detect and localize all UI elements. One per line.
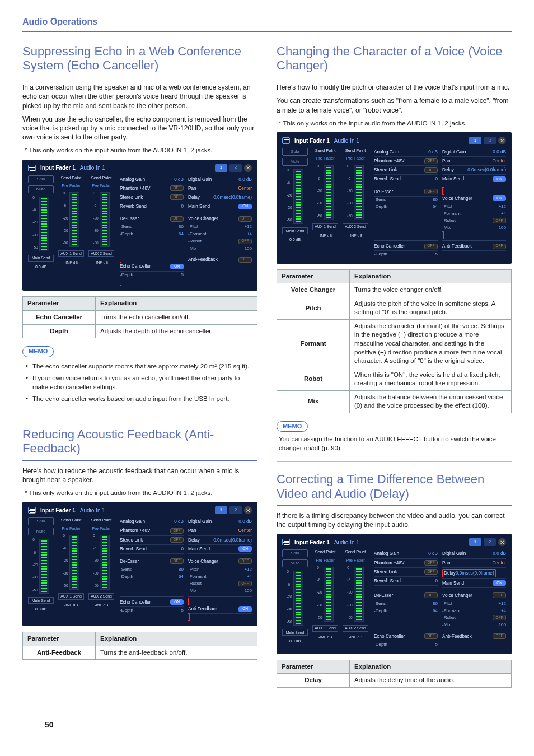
- anti-para-1: Here's how to reduce the acoustic feedba…: [22, 466, 257, 484]
- th-parameter: Parameter: [277, 660, 350, 674]
- memo-item: The echo canceller works based on audio …: [25, 393, 255, 405]
- cell-explain: Turns the echo canceller on/off.: [96, 310, 257, 324]
- voice-memo-block: MEMO You can assign the function to an A…: [277, 418, 512, 463]
- memo-item: If your own voice returns to you as an e…: [25, 372, 255, 393]
- close-icon: ✕: [244, 164, 252, 172]
- cell-explain: Turns the voice changer on/off.: [350, 283, 512, 297]
- section-title-delay: Correcting a Time Difference Between Vid…: [277, 472, 512, 506]
- voice-note: * This only works on the input audio fro…: [279, 119, 512, 128]
- th-explanation: Explanation: [350, 269, 512, 283]
- memo-badge: MEMO: [22, 346, 54, 357]
- cell-explain: Adjusts the delay time of the audio.: [350, 674, 512, 688]
- echo-para-2: When you use the echo canceller, the ech…: [22, 115, 257, 142]
- screenshot-anti: Input Fader 1 Audio In 1 1 2 ✕ SoloMute …: [22, 502, 257, 626]
- cell-param: Anti-Feedback: [23, 646, 96, 660]
- sliders-icon: [28, 507, 36, 514]
- memo-item: The echo canceller supports rooms that a…: [25, 361, 255, 373]
- close-icon: ✕: [244, 506, 252, 514]
- echo-para-1: In a conversation using the speaker and …: [22, 83, 257, 110]
- th-explanation: Explanation: [350, 660, 512, 674]
- close-icon: ✕: [498, 137, 506, 144]
- screenshot-echo: Input Fader 1 Audio In 1 1 2 ✕ SoloMute …: [22, 160, 257, 291]
- delay-param-table: ParameterExplanation DelayAdjusts the de…: [277, 660, 512, 688]
- section-title-anti: Reducing Acoustic Feedback (Anti-Feedbac…: [22, 427, 257, 461]
- anti-param-table: ParameterExplanation Anti-FeedbackTurns …: [22, 632, 257, 660]
- th-explanation: Explanation: [96, 297, 257, 311]
- echo-memo-list: The echo canceller supports rooms that a…: [22, 361, 257, 409]
- page-number: 50: [45, 720, 54, 730]
- voice-para-2: You can create transformations such as "…: [277, 96, 512, 114]
- cell-explain: Turns the anti-feedback on/off.: [96, 646, 257, 660]
- cell-param: Voice Changer: [277, 283, 350, 297]
- cell-explain: Adjusts the pitch of the voice in semito…: [350, 297, 512, 319]
- cell-explain: Adjusts the balance between the unproces…: [350, 390, 512, 413]
- th-explanation: Explanation: [96, 632, 257, 646]
- screenshot-voice: Input Fader 1 Audio In 1 1 2 ✕ SoloMute …: [277, 132, 512, 264]
- cell-param: Robot: [277, 368, 350, 390]
- delay-para-1: If there is a timing discrepancy between…: [277, 511, 512, 529]
- cell-explain: When this is "ON", the voice is held at …: [350, 368, 512, 390]
- section-title-voice: Changing the Character of a Voice (Voice…: [277, 44, 512, 78]
- echo-param-table: ParameterExplanation Echo CancellerTurns…: [22, 296, 257, 338]
- th-parameter: Parameter: [23, 632, 96, 646]
- cell-explain: Adjusts the depth of the echo canceller.: [96, 324, 257, 338]
- echo-note: * This only works on the input audio fro…: [25, 146, 257, 155]
- cell-param: Mix: [277, 390, 350, 413]
- cell-param: Delay: [277, 674, 350, 688]
- th-parameter: Parameter: [23, 297, 96, 311]
- sliders-icon: [28, 165, 36, 171]
- cell-param: Formant: [277, 319, 350, 368]
- voice-memo-text: You can assign the function to an AUDIO …: [277, 435, 512, 457]
- voice-param-table: ParameterExplanation Voice ChangerTurns …: [277, 269, 512, 413]
- cell-param: Pitch: [277, 297, 350, 319]
- section-title-echo: Suppressing Echo in a Web Conference Sys…: [22, 44, 257, 78]
- cell-param: Echo Canceller: [23, 310, 96, 324]
- th-parameter: Parameter: [277, 269, 350, 283]
- sliders-icon: [282, 137, 290, 144]
- page-header: Audio Operations: [22, 16, 512, 32]
- echo-memo-block: MEMO The echo canceller supports rooms t…: [22, 343, 257, 417]
- anti-note: * This only works on the input audio fro…: [25, 489, 257, 498]
- memo-badge: MEMO: [277, 421, 308, 432]
- cell-param: Depth: [23, 324, 96, 338]
- cell-explain: Adjusts the character (formant) of the v…: [350, 319, 512, 368]
- screenshot-delay: Input Fader 1 Audio In 1 1 2 ✕ SoloMute …: [277, 534, 512, 654]
- sliders-icon: [282, 539, 290, 545]
- close-icon: ✕: [498, 538, 506, 546]
- voice-para-1: Here's how to modify the pitch or charac…: [277, 83, 512, 92]
